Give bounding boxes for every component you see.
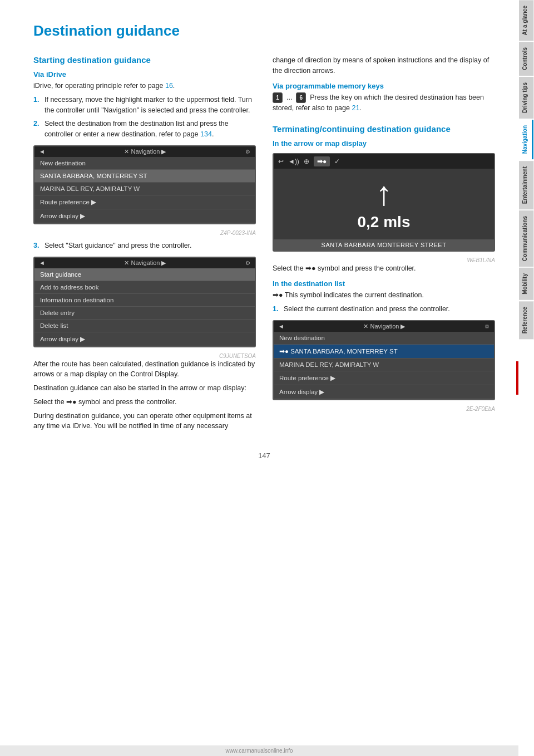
right-column: change of direction by means of spoken i… — [273, 55, 495, 435]
after-route-text: After the route has been calculated, des… — [33, 359, 256, 380]
footer-bar: www.carmanualsonline.info — [0, 745, 518, 756]
page-link-16[interactable]: 16 — [165, 82, 173, 90]
nav-item-3-santa-barbara: ➡● SANTA BARBARA, MONTERREY ST — [274, 345, 494, 359]
nav-item-start-guidance: Start guidance — [34, 268, 255, 281]
nav-item-delete-list: Delete list — [34, 320, 255, 332]
arrow-display-header: ↩ ◄)) ⊕ ➡● ✓ — [274, 154, 494, 169]
nav-item-arrow-display-1: Arrow display ▶ — [34, 209, 255, 223]
step-3-list: 3. Select "Start guidance" and press the… — [33, 240, 256, 251]
nav-item-3-route-pref: Route preference ▶ — [274, 371, 494, 385]
page-title: Destination guidance — [33, 22, 495, 40]
key-button-6: 6 — [296, 92, 306, 103]
page-marker — [516, 361, 518, 395]
dest-guidance-also-text: Destination guidance can also be started… — [33, 383, 256, 394]
nav-item-info-destination: Information on destination — [34, 294, 255, 307]
sidebar-tab-navigation[interactable]: Navigation — [519, 120, 533, 159]
nav-screen-2-body: Start guidance Add to address book Infor… — [34, 268, 255, 346]
nav-item-3-arrow-display: Arrow display ▶ — [274, 385, 494, 399]
select-symbol-left: Select the ➡● symbol and press the contr… — [33, 397, 256, 408]
nav-caption-arrow: WEB1L/NA — [273, 257, 495, 263]
via-prog-text: 1 ... 6 Press the key on which the desir… — [273, 92, 495, 114]
dest-list-symbol-text: ➡● This symbol indicates the current des… — [273, 290, 495, 301]
sub-heading-via-idrive: Via iDrive — [33, 70, 256, 78]
section-heading-terminating: Terminating/continuing destination guida… — [273, 124, 495, 134]
nav-screen-1: ◄ ✕ Navigation ▶ ⚙ New destination SANTA… — [33, 145, 256, 224]
select-symbol-right: Select the ➡● symbol and press the contr… — [273, 263, 495, 274]
nav-item-route-pref: Route preference ▶ — [34, 195, 255, 209]
distance-display: 0,2 mls — [358, 213, 411, 231]
nav-item-arrow-display-2: Arrow display ▶ — [34, 332, 255, 346]
dest-list-step-1: 1. Select the current destination and pr… — [273, 304, 495, 315]
nav-item-delete-entry: Delete entry — [34, 307, 255, 320]
nav-item-new-destination: New destination — [34, 157, 255, 170]
sidebar-tab-driving-tips[interactable]: Driving tips — [519, 77, 533, 119]
two-column-layout: Starting destination guidance Via iDrive… — [33, 55, 495, 435]
page-link-134[interactable]: 134 — [200, 130, 212, 138]
sidebar-tab-reference[interactable]: Reference — [519, 301, 533, 339]
key-button-1: 1 — [273, 92, 283, 103]
page-link-21[interactable]: 21 — [352, 104, 359, 112]
footer-url[interactable]: www.carmanualsonline.info — [225, 748, 293, 754]
nav-screen-2: ◄ ✕ Navigation ▶ ⚙ Start guidance Add to… — [33, 257, 256, 347]
during-guidance-text: During destination guidance, you can ope… — [33, 411, 256, 432]
change-direction-text: change of direction by means of spoken i… — [273, 55, 495, 76]
step-1: 1. If necessary, move the highlight mark… — [33, 95, 256, 116]
left-column: Starting destination guidance Via iDrive… — [33, 55, 256, 435]
sub-heading-via-prog: Via programmable memory keys — [273, 82, 495, 90]
sidebar-tab-at-a-glance[interactable]: At a glance — [519, 0, 533, 41]
page-number: 147 — [33, 451, 495, 465]
via-idrive-intro: iDrive, for operating principle refer to… — [33, 81, 256, 91]
nav-screen-3-header: ◄ ✕ Navigation ▶ ⚙ — [274, 321, 494, 332]
nav-item-add-address: Add to address book — [34, 281, 255, 294]
arrow-display-body: ↑ 0,2 mls — [274, 169, 494, 239]
nav-screen-1-body: New destination SANTA BARBARA, MONTERREY… — [34, 157, 255, 223]
nav-caption-3: 2E-2F0EbA — [273, 406, 495, 412]
arrow-display-mockup: ↩ ◄)) ⊕ ➡● ✓ ↑ 0,2 mls SANTA BARBARA MON… — [273, 153, 495, 252]
nav-screen-2-header: ◄ ✕ Navigation ▶ ⚙ — [34, 258, 255, 268]
nav-item-santa-barbara: SANTA BARBARA, MONTERREY ST — [34, 170, 255, 183]
nav-screen-3-body: New destination ➡● SANTA BARBARA, MONTER… — [274, 332, 494, 399]
nav-item-marina-del-rey: MARINA DEL REY, ADMIRALTY W — [34, 183, 255, 195]
nav-screen-3: ◄ ✕ Navigation ▶ ⚙ New destination ➡● SA… — [273, 320, 495, 400]
dest-list-steps: 1. Select the current destination and pr… — [273, 304, 495, 315]
street-name-display: SANTA BARBARA MONTERREY STREET — [274, 239, 494, 251]
step-2: 2. Select the destination from the desti… — [33, 119, 256, 140]
step-3: 3. Select "Start guidance" and press the… — [33, 240, 256, 251]
sidebar-tab-communications[interactable]: Communications — [519, 210, 533, 267]
nav-item-3-marina-del-rey: MARINA DEL REY, ADMIRALTY W — [274, 359, 494, 371]
selected-arrow-icon: ➡● — [314, 156, 330, 166]
sidebar-tab-entertainment[interactable]: Entertainment — [519, 161, 533, 209]
sidebar-tab-controls[interactable]: Controls — [519, 42, 533, 76]
nav-caption-1: Z4P-0023-INA — [33, 230, 256, 236]
main-content: Destination guidance Starting destinatio… — [0, 0, 517, 488]
sub-heading-in-arrow: In the arrow or map display — [273, 139, 495, 148]
sidebar-tab-mobility[interactable]: Mobility — [519, 268, 533, 300]
nav-item-3-new-destination: New destination — [274, 332, 494, 345]
nav-caption-2: C9JUNETSOA — [33, 353, 256, 359]
steps-list: 1. If necessary, move the highlight mark… — [33, 95, 256, 140]
nav-screen-1-header: ◄ ✕ Navigation ▶ ⚙ — [34, 146, 255, 157]
section-heading-starting: Starting destination guidance — [33, 55, 256, 65]
direction-arrow: ↑ — [375, 177, 392, 210]
sub-heading-in-dest-list: In the destination list — [273, 279, 495, 288]
sidebar: At a glance Controls Driving tips Naviga… — [518, 0, 534, 756]
